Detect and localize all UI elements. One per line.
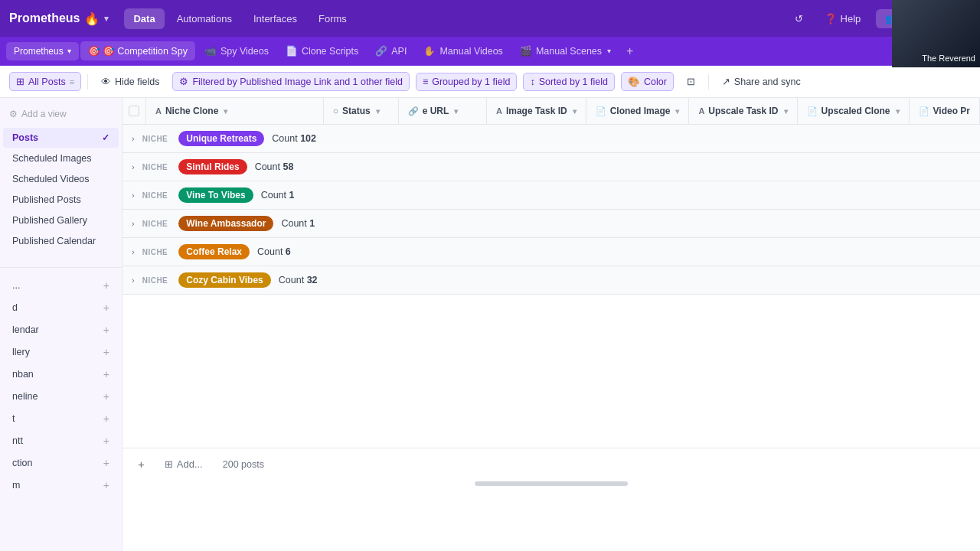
filter-button[interactable]: ⚙ Filtered by Published Image Link and 1… bbox=[172, 72, 409, 91]
sidebar-item-extra-1[interactable]: ... + bbox=[3, 275, 119, 296]
scroll-bar[interactable] bbox=[475, 481, 628, 486]
chevron-sinful-rides-icon[interactable]: › bbox=[132, 162, 135, 171]
sidebar-item-t[interactable]: t + bbox=[3, 408, 119, 429]
sidebar-item-d[interactable]: d + bbox=[3, 297, 119, 318]
post-count: 200 posts bbox=[223, 459, 264, 470]
tab-clone-scripts[interactable]: 📄 Clone Scripts bbox=[278, 41, 366, 60]
chevron-cozy-cabin-vibes-icon[interactable]: › bbox=[132, 276, 135, 285]
nav-data[interactable]: Data bbox=[124, 8, 164, 29]
tab-manual-videos[interactable]: ✋ Manual Videos bbox=[416, 41, 510, 60]
user-video-bg: The Reverend bbox=[892, 0, 980, 67]
sidebar-item-scheduled-videos[interactable]: Scheduled Videos bbox=[3, 169, 119, 189]
th-image-task-id[interactable]: A Image Task ID ▾ bbox=[487, 98, 586, 124]
niche-label-vine-to-vibes: NICHE bbox=[142, 191, 168, 200]
view-settings-icon: ≡ bbox=[70, 77, 74, 86]
count-cozy-cabin-vibes: Count 32 bbox=[279, 275, 318, 285]
published-calendar-label: Published Calendar bbox=[12, 236, 96, 246]
add-icon-8[interactable]: + bbox=[103, 435, 109, 447]
chevron-unique-retreats-icon[interactable]: › bbox=[132, 134, 135, 143]
sidebar-item-ntt[interactable]: ntt + bbox=[3, 430, 119, 452]
add-row-button[interactable]: + bbox=[132, 455, 151, 474]
header-checkbox[interactable] bbox=[122, 98, 146, 124]
nav-automations[interactable]: Automations bbox=[168, 8, 241, 29]
extra-view-button[interactable]: ⊡ bbox=[680, 72, 702, 91]
tab-competition-spy[interactable]: 🎯 🎯 Competition Spy bbox=[80, 41, 195, 60]
add-icon-10[interactable]: + bbox=[103, 479, 109, 491]
add-icon-4[interactable]: + bbox=[103, 346, 109, 358]
sidebar-item-posts[interactable]: Posts ✓ bbox=[3, 128, 119, 148]
th-url[interactable]: 🔗 e URL ▾ bbox=[399, 98, 487, 124]
color-button[interactable]: 🎨 Color bbox=[621, 72, 674, 91]
add-item-button[interactable]: ⊞ Add... bbox=[158, 455, 209, 473]
group-button[interactable]: ≡ Grouped by 1 field bbox=[416, 73, 517, 91]
top-navigation: Prometheus 🔥 ▾ Data Automations Interfac… bbox=[0, 0, 980, 37]
hide-fields-button[interactable]: 👁 Hide fields bbox=[94, 73, 166, 91]
th-status[interactable]: ○ Status ▾ bbox=[324, 98, 399, 124]
add-row-icon: + bbox=[138, 458, 145, 471]
help-button[interactable]: ❓ Help bbox=[818, 9, 867, 28]
badge-cozy-cabin-vibes: Cozy Cabin Vibes bbox=[178, 272, 270, 288]
add-icon-5[interactable]: + bbox=[103, 368, 109, 380]
manual-scenes-dropdown-icon: ▾ bbox=[607, 47, 611, 55]
add-icon-9[interactable]: + bbox=[103, 457, 109, 469]
history-button[interactable]: ↺ bbox=[789, 9, 809, 28]
add-item-label: Add... bbox=[177, 458, 203, 470]
sidebar-item-ction[interactable]: ction + bbox=[3, 452, 119, 474]
group-row-vine-to-vibes[interactable]: › NICHE Vine To Vibes Count 1 bbox=[122, 181, 980, 210]
tab-api[interactable]: 🔗 API bbox=[368, 41, 414, 60]
add-icon-7[interactable]: + bbox=[103, 412, 109, 425]
th-video-pr[interactable]: 📄 Video Pr bbox=[910, 98, 980, 124]
group-row-wine-ambassador[interactable]: › NICHE Wine Ambassador Count 1 bbox=[122, 210, 980, 238]
sort-button[interactable]: ↕ Sorted by 1 field bbox=[523, 73, 615, 91]
add-tab-button[interactable]: + bbox=[620, 41, 639, 61]
clone-scripts-label: Clone Scripts bbox=[302, 46, 358, 57]
group-row-coffee-relax[interactable]: › NICHE Coffee Relax Count 6 bbox=[122, 238, 980, 266]
main-content: ⚙ Add a view Posts ✓ Scheduled Images Sc… bbox=[0, 98, 980, 551]
group-row-cozy-cabin-vibes[interactable]: › NICHE Cozy Cabin Vibes Count 32 bbox=[122, 266, 980, 295]
sidebar-item-published-gallery[interactable]: Published Gallery bbox=[3, 210, 119, 230]
app-title[interactable]: Prometheus 🔥 ▾ bbox=[9, 11, 109, 26]
group-row-sinful-rides[interactable]: › NICHE Sinful Rides Count 58 bbox=[122, 153, 980, 181]
tab-manual-scenes[interactable]: 🎬 Manual Scenes ▾ bbox=[512, 41, 619, 60]
add-icon-6[interactable]: + bbox=[103, 390, 109, 403]
workspace-dropdown-icon[interactable]: ▾ bbox=[104, 14, 109, 24]
user-name-overlay: The Reverend bbox=[922, 54, 975, 63]
th-cloned-image[interactable]: 📄 Cloned Image ▾ bbox=[586, 98, 690, 124]
add-icon-3[interactable]: + bbox=[103, 324, 109, 336]
group-row-unique-retreats[interactable]: › NICHE Unique Retreats Count 102 bbox=[122, 125, 980, 153]
sidebar-item-neline[interactable]: neline + bbox=[3, 386, 119, 407]
niche-col-icon: A bbox=[155, 106, 162, 116]
api-icon: 🔗 bbox=[375, 45, 387, 57]
sidebar-item-published-calendar[interactable]: Published Calendar bbox=[3, 231, 119, 251]
settings-icon: ⚙ bbox=[9, 109, 18, 119]
history-icon: ↺ bbox=[795, 13, 803, 24]
add-icon-1[interactable]: + bbox=[103, 279, 109, 292]
add-icon-2[interactable]: + bbox=[103, 302, 109, 314]
th-upscale-task-id[interactable]: A Upscale Task ID ▾ bbox=[689, 98, 797, 124]
nav-links: Data Automations Interfaces Forms bbox=[124, 8, 773, 29]
share-sync-button[interactable]: ↗ Share and sync bbox=[715, 72, 808, 91]
sidebar-item-nban[interactable]: nban + bbox=[3, 364, 119, 385]
sidebar-item-published-posts[interactable]: Published Posts bbox=[3, 190, 119, 210]
table-body: › NICHE Unique Retreats Count 102 › NICH… bbox=[122, 125, 980, 448]
nav-forms[interactable]: Forms bbox=[309, 8, 356, 29]
clone-scripts-icon: 📄 bbox=[286, 45, 298, 57]
th-upscaled-clone[interactable]: 📄 Upscaled Clone ▾ bbox=[798, 98, 910, 124]
add-view-button[interactable]: ⚙ Add a view bbox=[0, 104, 122, 124]
chevron-vine-to-vibes-icon[interactable]: › bbox=[132, 191, 135, 200]
sidebar-item-lendar[interactable]: lendar + bbox=[3, 319, 119, 341]
chevron-coffee-relax-icon[interactable]: › bbox=[132, 247, 135, 256]
chevron-wine-ambassador-icon[interactable]: › bbox=[132, 219, 135, 228]
sidebar-item-m[interactable]: m + bbox=[3, 474, 119, 496]
select-all-checkbox[interactable] bbox=[129, 106, 139, 116]
view-toggle-button[interactable]: ⊞ All Posts ≡ bbox=[9, 72, 81, 91]
image-task-col-dropdown: ▾ bbox=[573, 107, 577, 116]
workspace-tab[interactable]: Prometheus ▾ bbox=[6, 42, 79, 60]
nav-interfaces[interactable]: Interfaces bbox=[244, 8, 306, 29]
th-niche-clone[interactable]: A Niche Clone ▾ bbox=[146, 98, 324, 124]
count-unique-retreats: Count 102 bbox=[272, 133, 316, 144]
sidebar-item-scheduled-images[interactable]: Scheduled Images bbox=[3, 148, 119, 168]
niche-label-sinful-rides: NICHE bbox=[142, 163, 168, 171]
sidebar-item-llery[interactable]: llery + bbox=[3, 341, 119, 363]
tab-spy-videos[interactable]: 📹 Spy Videos bbox=[197, 41, 276, 60]
